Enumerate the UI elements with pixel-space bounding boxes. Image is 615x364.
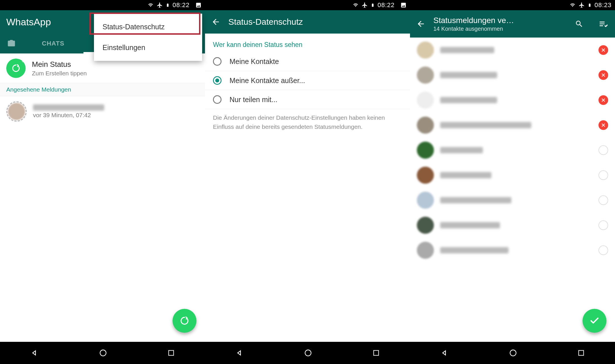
contact-row[interactable]	[410, 63, 615, 88]
battery-icon	[588, 2, 592, 8]
contact-name	[440, 147, 592, 153]
contact-row[interactable]	[410, 88, 615, 113]
toolbar: Statusmeldungen ve… 14 Kontakte ausgenom…	[410, 10, 615, 38]
nav-recents-icon[interactable]	[372, 349, 380, 357]
screen-status-tab: 08:22 WhatsApp CHATS STATUS ANRUFE Mein …	[0, 0, 205, 364]
toolbar-subtitle: 14 Kontakte ausgenommen	[433, 26, 514, 32]
screen-status-privacy: 08:22 Status-Datenschutz Wer kann deinen…	[205, 0, 410, 364]
wifi-icon	[569, 3, 576, 8]
unselected-icon	[598, 170, 608, 180]
tab-camera[interactable]	[0, 39, 23, 48]
svg-rect-1	[169, 350, 173, 355]
contact-row[interactable]	[410, 188, 615, 213]
svg-rect-3	[374, 350, 378, 355]
unselected-icon	[598, 220, 608, 230]
contact-name	[440, 197, 592, 203]
airplane-icon	[362, 2, 368, 8]
avatar	[417, 167, 434, 184]
contact-name	[440, 172, 592, 178]
menu-item-status-privacy[interactable]: Status-Datenschutz	[94, 16, 202, 37]
avatar	[417, 142, 434, 159]
contact-name	[440, 97, 592, 103]
avatar	[417, 117, 434, 134]
nav-back-icon[interactable]	[440, 349, 449, 357]
battery-icon	[371, 2, 375, 8]
contact-row[interactable]	[410, 113, 615, 138]
status-ring-icon	[6, 101, 27, 122]
contact-name	[440, 122, 592, 128]
wifi-icon	[147, 3, 154, 8]
remove-icon	[598, 95, 608, 105]
toolbar: Status-Datenschutz	[205, 10, 410, 34]
contact-name	[440, 247, 592, 253]
viewed-time: vor 39 Minuten, 07:42	[33, 112, 199, 119]
my-status-title: Mein Status	[32, 60, 87, 69]
contact-row[interactable]	[410, 38, 615, 63]
nav-home-icon[interactable]	[509, 349, 517, 357]
privacy-heading: Wer kann deinen Status sehen	[205, 34, 410, 52]
android-status-bar: 08:23	[410, 0, 615, 10]
select-all-button[interactable]	[595, 16, 611, 32]
menu-item-settings[interactable]: Einstellungen	[94, 37, 202, 58]
back-button[interactable]	[416, 19, 425, 28]
avatar	[417, 67, 434, 84]
back-button[interactable]	[211, 17, 220, 26]
privacy-helper-text: Die Änderungen deiner Datenschutz-Einste…	[205, 109, 410, 131]
battery-icon	[166, 2, 170, 8]
contact-row[interactable]	[410, 163, 615, 188]
nav-recents-icon[interactable]	[167, 349, 175, 357]
remove-icon	[598, 45, 608, 55]
airplane-icon	[157, 2, 163, 8]
contact-row[interactable]	[410, 138, 615, 163]
radio-my-contacts[interactable]: Meine Kontakte	[205, 52, 410, 71]
nav-home-icon[interactable]	[99, 349, 107, 357]
status-time: 08:22	[173, 1, 190, 9]
contact-name	[440, 72, 592, 78]
radio-only-share-with[interactable]: Nur teilen mit...	[205, 90, 410, 109]
svg-point-2	[305, 350, 311, 356]
avatar	[417, 92, 434, 109]
android-status-bar: 08:22	[0, 0, 205, 10]
radio-label: Meine Kontakte außer...	[229, 76, 305, 85]
radio-icon	[213, 95, 222, 104]
viewed-section-label: Angesehene Meldungen	[0, 83, 205, 96]
fab-new-status[interactable]	[173, 309, 196, 333]
screenshot-icon	[195, 2, 202, 8]
android-nav-bar	[410, 342, 615, 364]
avatar	[417, 217, 434, 234]
add-status-icon	[6, 59, 26, 78]
airplane-icon	[579, 2, 585, 8]
search-button[interactable]	[571, 16, 587, 32]
tab-chats[interactable]: CHATS	[23, 34, 83, 53]
unselected-icon	[598, 145, 608, 155]
avatar	[417, 192, 434, 209]
android-nav-bar	[0, 342, 205, 364]
radio-icon	[213, 76, 222, 85]
my-status-sub: Zum Erstellen tippen	[32, 70, 87, 77]
android-nav-bar	[205, 342, 410, 364]
remove-icon	[598, 70, 608, 80]
contact-row[interactable]	[410, 213, 615, 238]
viewed-status-row[interactable]: vor 39 Minuten, 07:42	[0, 96, 205, 127]
app-title: WhatsApp	[6, 16, 51, 28]
contact-name-blurred	[33, 104, 104, 111]
remove-icon	[598, 120, 608, 130]
screen-hide-status-from: 08:23 Statusmeldungen ve… 14 Kontakte au…	[410, 0, 615, 364]
nav-recents-icon[interactable]	[577, 349, 585, 357]
nav-back-icon[interactable]	[30, 349, 39, 357]
android-status-bar: 08:22	[205, 0, 410, 10]
status-time: 08:22	[378, 1, 395, 9]
fab-confirm[interactable]	[583, 309, 606, 333]
unselected-icon	[598, 195, 608, 205]
avatar	[417, 42, 434, 59]
radio-label: Meine Kontakte	[229, 57, 279, 66]
svg-point-0	[100, 350, 106, 356]
toolbar-title: Statusmeldungen ve…	[433, 16, 514, 25]
avatar	[417, 242, 434, 259]
nav-home-icon[interactable]	[304, 349, 312, 357]
status-time: 08:23	[594, 1, 612, 9]
svg-rect-13	[579, 350, 583, 355]
radio-contacts-except[interactable]: Meine Kontakte außer...	[205, 71, 410, 90]
nav-back-icon[interactable]	[235, 349, 244, 357]
contact-row[interactable]	[410, 238, 615, 263]
